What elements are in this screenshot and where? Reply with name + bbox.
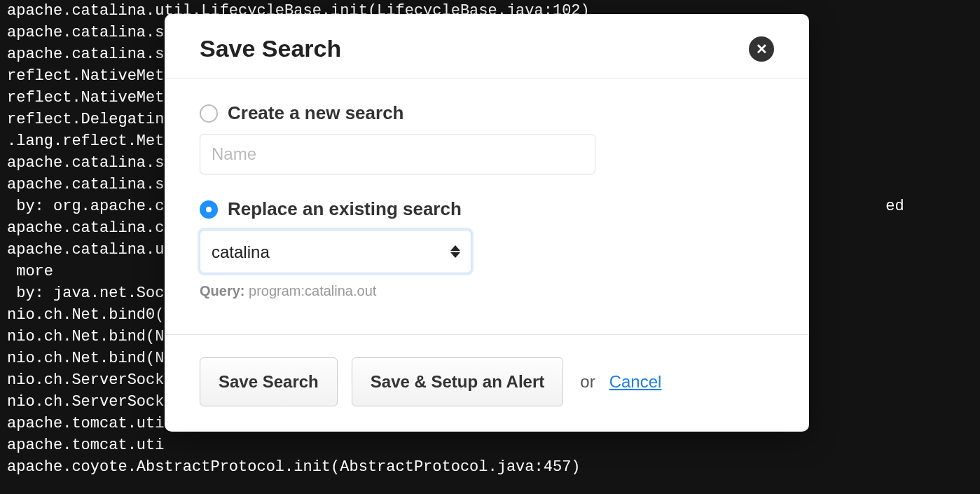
cancel-link[interactable]: Cancel (609, 372, 662, 392)
query-label: Query: (200, 283, 244, 299)
option-create-label: Create a new search (228, 102, 403, 124)
query-value: program:catalina.out (249, 283, 376, 299)
option-create-row: Create a new search (200, 102, 774, 124)
existing-search-select[interactable]: catalina (200, 230, 471, 273)
save-setup-alert-button[interactable]: Save & Setup an Alert (352, 357, 564, 406)
modal-title: Save Search (200, 35, 341, 62)
modal-footer: Save Search Save & Setup an Alert or Can… (165, 334, 809, 432)
modal-body: Create a new search Replace an existing … (165, 78, 809, 334)
save-search-modal: Save Search ✕ Create a new search Replac… (165, 14, 809, 432)
close-button[interactable]: ✕ (749, 36, 774, 62)
option-replace-label: Replace an existing search (228, 198, 462, 220)
new-search-name-input[interactable] (200, 134, 595, 174)
save-search-button[interactable]: Save Search (200, 357, 338, 406)
query-preview: Query: program:catalina.out (200, 283, 774, 299)
close-icon: ✕ (756, 41, 768, 57)
radio-create[interactable] (200, 104, 218, 123)
or-text: or (580, 372, 595, 392)
existing-search-select-wrap: catalina (200, 230, 471, 273)
option-replace-row: Replace an existing search (200, 198, 774, 220)
modal-header: Save Search ✕ (165, 14, 809, 78)
radio-replace[interactable] (200, 200, 218, 219)
